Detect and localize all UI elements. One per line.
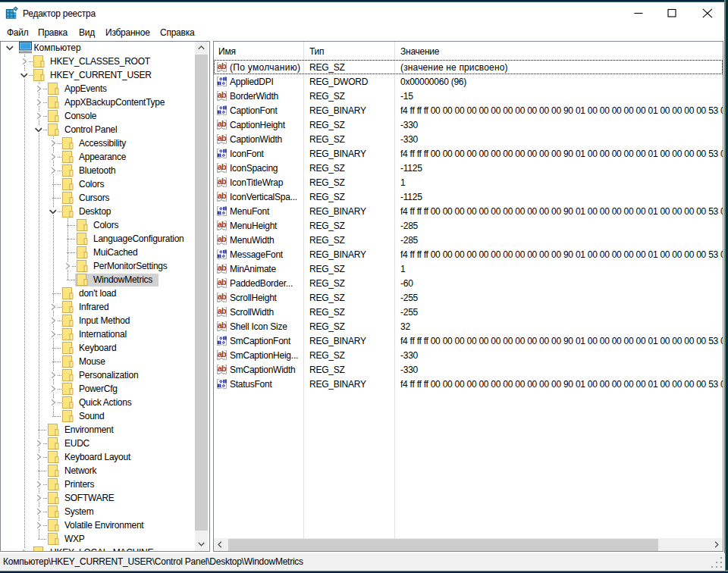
svg-text:ab: ab [217, 220, 226, 229]
svg-text:ab: ab [217, 277, 226, 286]
svg-text:ab: ab [217, 234, 226, 243]
svg-text:ab: ab [217, 349, 226, 359]
svg-text:ab: ab [217, 364, 226, 373]
svg-text:ab: ab [217, 133, 226, 142]
svg-text:ab: ab [217, 119, 226, 128]
svg-text:ab: ab [217, 321, 226, 330]
svg-text:ab: ab [217, 191, 226, 200]
svg-text:ab: ab [217, 61, 226, 70]
svg-text:ab: ab [217, 306, 226, 315]
svg-text:ab: ab [217, 90, 226, 99]
svg-text:ab: ab [217, 292, 226, 301]
svg-text:ab: ab [217, 162, 226, 171]
svg-text:ab: ab [217, 177, 226, 186]
svg-text:ab: ab [217, 263, 226, 272]
